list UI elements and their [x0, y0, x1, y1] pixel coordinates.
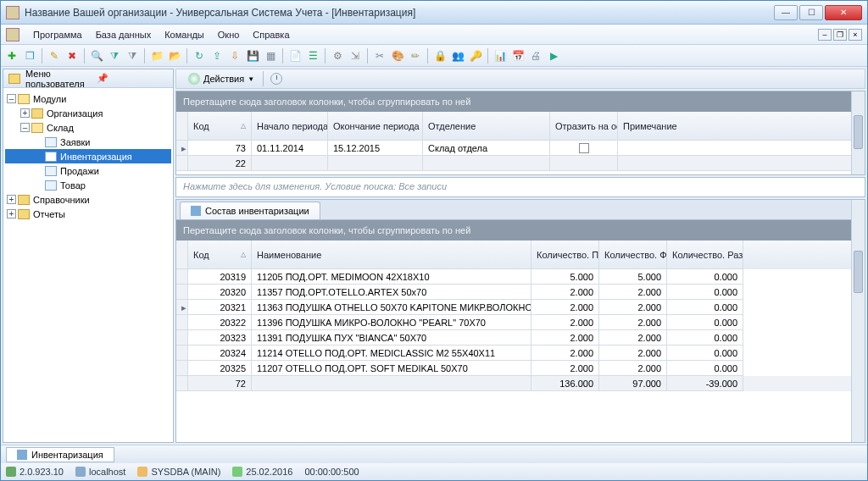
- delete-icon[interactable]: ✖: [64, 48, 80, 64]
- group-hint[interactable]: Перетащите сюда заголовок колонки, чтобы…: [176, 91, 865, 112]
- gear-icon: [188, 73, 200, 85]
- list-icon[interactable]: ☰: [305, 48, 320, 64]
- table-row[interactable]: 20323 11391 ПОДУШКА ПУХ "BIANCA" 50X70 2…: [176, 330, 865, 346]
- col-name[interactable]: Наименование: [252, 240, 531, 269]
- report-icon[interactable]: 📊: [492, 48, 508, 64]
- tab-inventory-content[interactable]: Состав инвентаризации: [180, 202, 320, 219]
- detail-panel: Состав инвентаризации Перетащите сюда за…: [175, 199, 865, 443]
- col-reflect[interactable]: Отразить на остатках: [550, 112, 618, 141]
- collapse-icon[interactable]: –: [20, 123, 30, 132]
- col-plan[interactable]: Количество. План: [531, 240, 599, 269]
- tree-node-organization[interactable]: + Организация: [5, 106, 171, 120]
- tree-node-reports[interactable]: + Отчеты: [5, 207, 171, 221]
- tree-node-requests[interactable]: Заявки: [5, 135, 171, 149]
- folder-icon: [18, 209, 30, 219]
- folder-icon[interactable]: 📁: [149, 48, 164, 64]
- reflect-checkbox[interactable]: [579, 143, 589, 153]
- navigation-tree: – Модули + Организация – Склад: [3, 88, 173, 442]
- server-icon: [75, 467, 86, 477]
- copy-icon[interactable]: ❐: [22, 48, 37, 64]
- app-icon: [6, 6, 19, 19]
- tree-node-warehouse[interactable]: – Склад: [5, 120, 171, 135]
- clear-filter-icon[interactable]: ⧩: [125, 48, 140, 64]
- menu-program[interactable]: Программа: [26, 28, 89, 41]
- col-fact[interactable]: Количество. Факт: [599, 240, 667, 269]
- expand-icon[interactable]: +: [7, 195, 16, 204]
- calendar-icon[interactable]: 📅: [510, 48, 526, 64]
- main-content: Действия ▼ Перетащите сюда заголовок кол…: [175, 69, 865, 443]
- table-row[interactable]: 20322 11396 ПОДУШКА МИКРО-ВОЛОКНО "PEARL…: [176, 315, 865, 330]
- search-panel[interactable]: Нажмите здесь для изменения. Условие пои…: [175, 177, 865, 197]
- export-icon[interactable]: ⇪: [209, 48, 225, 64]
- tools-icon[interactable]: ✂: [372, 48, 387, 64]
- table-row[interactable]: ▸ 73 01.11.2014 15.12.2015 Склад отдела: [176, 141, 865, 156]
- col-code[interactable]: Код △: [188, 112, 252, 141]
- app-window: Название Вашей организации - Универсальн…: [0, 0, 868, 481]
- grid-icon[interactable]: ▦: [263, 48, 278, 64]
- expand-icon[interactable]: +: [7, 209, 16, 218]
- plugin-icon[interactable]: ⚙: [330, 48, 345, 64]
- status-version: 2.0.923.10: [6, 467, 64, 477]
- mdi-minimize-button[interactable]: –: [818, 29, 832, 41]
- menu-database[interactable]: База данных: [89, 28, 159, 41]
- clock-icon[interactable]: [270, 73, 282, 85]
- col-start[interactable]: Начало периода: [252, 112, 328, 141]
- detail-tabs: Состав инвентаризации: [176, 200, 865, 220]
- window-title: Название Вашей организации - Универсальн…: [25, 7, 774, 19]
- minimize-button[interactable]: —: [774, 5, 798, 20]
- mdi-close-button[interactable]: ×: [849, 29, 862, 41]
- col-diff[interactable]: Количество. Разница: [667, 240, 743, 269]
- expand-icon[interactable]: +: [20, 108, 30, 118]
- refresh-icon[interactable]: ↻: [192, 48, 207, 64]
- header-grid-panel: Перетащите сюда заголовок колонки, чтобы…: [175, 91, 865, 175]
- save-icon[interactable]: 💾: [245, 48, 260, 64]
- tree-node-goods[interactable]: Товар: [5, 178, 171, 192]
- tree-node-inventory[interactable]: Инвентаризация: [5, 149, 171, 163]
- detail-group-hint[interactable]: Перетащите сюда заголовок колонки, чтобы…: [176, 220, 865, 240]
- edit-icon[interactable]: ✎: [47, 48, 62, 64]
- col-end[interactable]: Окончание периода (инвентаризация): [328, 112, 423, 141]
- table-row[interactable]: 20324 11214 OTELLO ПОД.ОРТ. MEDICLASSIC …: [176, 346, 865, 361]
- col-code[interactable]: Код △: [188, 240, 252, 269]
- sidebar-header: Меню пользователя 📌: [3, 69, 173, 88]
- header-grid: Код △ Начало периода Окончание периода (…: [176, 112, 865, 171]
- pin-icon[interactable]: 📌: [97, 73, 168, 84]
- users-icon[interactable]: 👥: [450, 48, 465, 64]
- palette-icon[interactable]: 🎨: [390, 48, 405, 64]
- menu-commands[interactable]: Команды: [158, 28, 211, 41]
- doc-icon[interactable]: 📄: [287, 48, 303, 64]
- lock-icon[interactable]: 🔒: [432, 48, 448, 64]
- print-icon[interactable]: 🖨: [528, 48, 543, 64]
- menu-help[interactable]: Справка: [246, 28, 296, 41]
- menu-window[interactable]: Окно: [211, 28, 247, 41]
- tree-node-references[interactable]: + Справочники: [5, 192, 171, 207]
- status-time: 00:00:00:500: [304, 467, 359, 477]
- scrollbar[interactable]: [851, 91, 865, 174]
- col-dept[interactable]: Отделение: [423, 112, 550, 141]
- scrollbar[interactable]: [851, 200, 865, 442]
- collapse-icon[interactable]: –: [7, 94, 16, 103]
- tree-node-modules[interactable]: – Модули: [5, 91, 171, 106]
- table-row[interactable]: 20319 11205 ПОД.ОРТ. MEDIMOON 42X18X10 5…: [176, 269, 865, 285]
- table-row[interactable]: 20320 11357 ПОД.ОРТ.OTELLO.ARTEX 50x70 2…: [176, 285, 865, 300]
- brush-icon[interactable]: ✏: [408, 48, 423, 64]
- maximize-button[interactable]: ☐: [799, 5, 823, 20]
- add-icon[interactable]: ✚: [4, 48, 19, 64]
- tree-node-sales[interactable]: Продажи: [5, 163, 171, 178]
- actions-dropdown[interactable]: Действия ▼: [181, 71, 261, 86]
- col-note[interactable]: Примечание: [618, 112, 865, 141]
- filter-icon[interactable]: ⧩: [107, 48, 122, 64]
- doc-tab-inventory[interactable]: Инвентаризация: [6, 447, 114, 462]
- folder-open-icon[interactable]: 📂: [167, 48, 182, 64]
- table-row[interactable]: ▸ 20321 11363 ПОДУШКА OTHELLO 50X70 KAPI…: [176, 300, 865, 315]
- status-user: SYSDBA (MAIN): [137, 467, 220, 477]
- play-icon[interactable]: ▶: [546, 48, 561, 64]
- folder-open-icon: [31, 123, 43, 133]
- table-row[interactable]: 20325 11207 OTELLO ПОД.ОРТ. SOFT MEDIKAL…: [176, 361, 865, 376]
- mdi-restore-button[interactable]: ❐: [833, 29, 847, 41]
- search-icon[interactable]: 🔍: [89, 48, 104, 64]
- export2-icon[interactable]: ⇲: [348, 48, 363, 64]
- key-icon[interactable]: 🔑: [468, 48, 483, 64]
- import-icon[interactable]: ⇩: [227, 48, 242, 64]
- close-button[interactable]: ✕: [825, 5, 862, 20]
